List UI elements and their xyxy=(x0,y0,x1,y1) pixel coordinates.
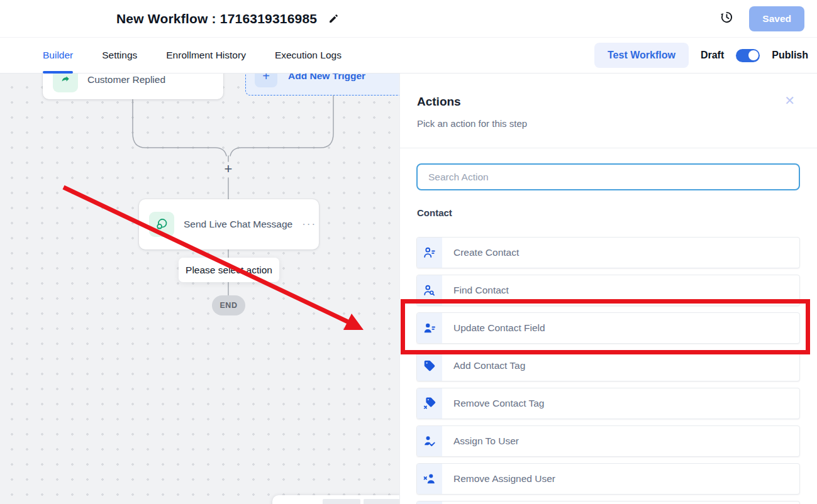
action-item-label: Remove Assigned User xyxy=(453,473,555,485)
action-item-remove-assigned-user[interactable]: Remove Assigned User xyxy=(416,463,800,495)
node-menu-icon[interactable]: ··· xyxy=(302,218,316,231)
version-history-icon[interactable] xyxy=(720,10,734,27)
trigger-node-customer-replied[interactable]: Customer Replied xyxy=(43,74,223,99)
zoom-control-button[interactable] xyxy=(323,499,360,504)
trigger-node-label: Customer Replied xyxy=(87,74,165,85)
add-step-plus-icon[interactable]: + xyxy=(221,162,235,177)
connector-lines xyxy=(0,74,399,504)
end-node: END xyxy=(212,295,245,315)
action-item-label: Update Contact Field xyxy=(453,322,545,334)
action-node-label: Send Live Chat Message xyxy=(184,219,292,230)
action-item-create-contact[interactable]: Create Contact xyxy=(416,237,800,268)
action-item-label: Add Contact Tag xyxy=(453,360,525,371)
action-item-label: Find Contact xyxy=(453,285,509,296)
user-plus-lines-icon xyxy=(417,238,442,268)
tab-settings[interactable]: Settings xyxy=(102,38,137,73)
zoom-control-button[interactable] xyxy=(364,499,399,504)
user-search-icon xyxy=(417,275,442,305)
actions-list: Create Contact Find Contact Update Conta… xyxy=(416,237,800,504)
tab-enrollment-history[interactable]: Enrollment History xyxy=(166,38,246,73)
action-item-remove-contact-tag[interactable]: Remove Contact Tag xyxy=(416,388,800,419)
tag-icon xyxy=(417,351,442,381)
workflow-canvas[interactable]: Customer Replied + Add New Trigger + Sen… xyxy=(0,74,399,504)
action-node-send-live-chat-message[interactable]: Send Live Chat Message ··· xyxy=(139,199,319,249)
close-icon[interactable]: ✕ xyxy=(784,94,795,107)
section-label-contact: Contact xyxy=(417,207,452,218)
plus-icon: + xyxy=(255,74,277,87)
tab-bar: BuilderSettingsEnrollment HistoryExecuti… xyxy=(0,38,817,74)
divider xyxy=(400,148,817,148)
actions-panel: Actions ✕ Pick an action for this step C… xyxy=(399,74,817,504)
add-new-trigger-button[interactable]: + Add New Trigger xyxy=(245,74,399,96)
search-action-input[interactable] xyxy=(416,163,800,190)
test-workflow-button[interactable]: Test Workflow xyxy=(594,43,689,68)
action-item-partial[interactable] xyxy=(416,501,800,504)
user-edit-icon xyxy=(417,313,442,343)
user-check-icon xyxy=(417,426,442,456)
action-item-add-contact-tag[interactable]: Add Contact Tag xyxy=(416,350,800,381)
action-item-label: Assign To User xyxy=(453,436,519,447)
panel-subtitle: Pick an action for this step xyxy=(417,118,527,129)
page-title: New Workflow : 1716319316985 xyxy=(116,11,317,26)
action-item-assign-to-user[interactable]: Assign To User xyxy=(416,425,800,457)
live-chat-icon xyxy=(149,212,174,237)
action-item-label: Remove Contact Tag xyxy=(453,398,544,409)
panel-title: Actions xyxy=(417,95,461,109)
publish-label: Publish xyxy=(772,50,808,61)
edit-title-icon[interactable] xyxy=(328,13,339,24)
tab-list: BuilderSettingsEnrollment HistoryExecuti… xyxy=(0,38,342,73)
tab-builder[interactable]: Builder xyxy=(43,38,73,73)
action-item-label: Create Contact xyxy=(453,247,519,258)
toggle-knob xyxy=(748,50,759,60)
tag-remove-icon xyxy=(417,388,442,419)
draft-label: Draft xyxy=(701,50,724,61)
app-header: New Workflow : 1716319316985 Saved xyxy=(0,0,817,38)
action-item-find-contact[interactable]: Find Contact xyxy=(416,275,800,306)
user-remove-icon xyxy=(417,464,442,494)
saved-button[interactable]: Saved xyxy=(749,6,804,31)
customer-replied-icon xyxy=(53,74,78,92)
tab-execution-logs[interactable]: Execution Logs xyxy=(275,38,342,73)
action-icon-partial xyxy=(417,501,442,504)
select-action-tooltip: Please select action xyxy=(179,258,279,282)
canvas-zoom-controls[interactable] xyxy=(272,495,399,504)
action-item-update-contact-field[interactable]: Update Contact Field xyxy=(416,312,800,344)
add-trigger-label: Add New Trigger xyxy=(288,74,365,82)
publish-toggle[interactable] xyxy=(736,49,760,62)
